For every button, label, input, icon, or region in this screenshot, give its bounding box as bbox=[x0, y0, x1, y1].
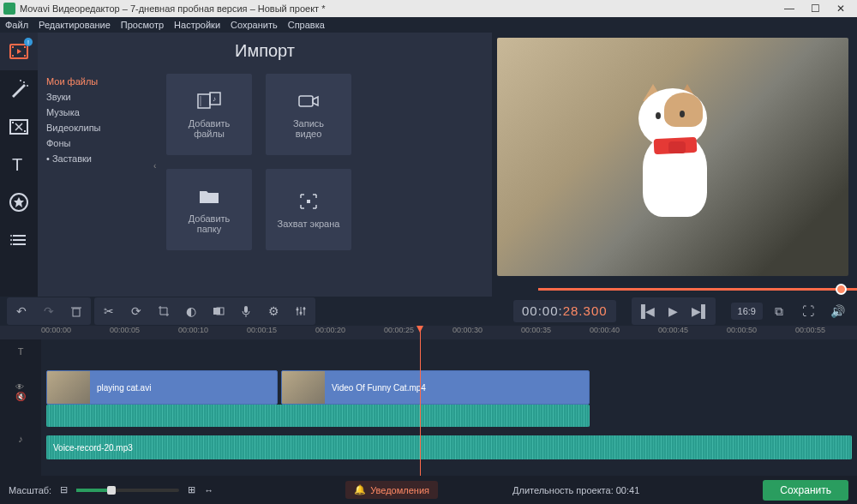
rotate-button[interactable]: ⟳ bbox=[123, 299, 149, 323]
minimize-button[interactable]: — bbox=[776, 3, 802, 15]
prev-button[interactable]: ▐◀ bbox=[633, 299, 659, 323]
menu-save[interactable]: Сохранить bbox=[231, 20, 278, 30]
video-track[interactable]: playing cat.avi Video Of Funny Cat.mp4 bbox=[41, 370, 857, 405]
left-tool-panel: ! T bbox=[0, 33, 38, 297]
ruler-tick: 00:00:00 bbox=[41, 326, 71, 334]
notifications-button[interactable]: 🔔 Уведомления bbox=[345, 481, 438, 499]
wand-icon bbox=[9, 79, 29, 99]
crop-button[interactable] bbox=[151, 299, 177, 323]
preview-seek-bar[interactable] bbox=[497, 281, 848, 297]
more-tool[interactable] bbox=[0, 221, 38, 259]
cat-music[interactable]: Музыка bbox=[46, 105, 149, 120]
detach-button[interactable]: ⧉ bbox=[766, 299, 792, 323]
zoom-out-button[interactable]: ⊟ bbox=[60, 484, 68, 495]
audio-track[interactable]: Voice-record-20.mp3 bbox=[41, 435, 857, 459]
volume-button[interactable]: 🔊 bbox=[824, 299, 850, 323]
svg-point-8 bbox=[20, 80, 21, 81]
svg-rect-32 bbox=[244, 306, 248, 313]
overlap-icon bbox=[212, 304, 225, 318]
delete-button[interactable] bbox=[63, 299, 89, 323]
settings-button[interactable]: ⚙ bbox=[261, 299, 286, 323]
aspect-ratio-button[interactable]: 16:9 bbox=[731, 303, 763, 320]
cut-button[interactable]: ✂ bbox=[96, 299, 122, 323]
svg-point-19 bbox=[10, 239, 12, 241]
ruler-tick: 00:00:10 bbox=[178, 326, 208, 334]
fit-button[interactable]: ↔ bbox=[204, 485, 213, 495]
transition-icon bbox=[9, 117, 29, 137]
import-tool[interactable]: ! bbox=[0, 33, 38, 70]
bell-icon: 🔔 bbox=[354, 484, 366, 495]
cat-backgrounds[interactable]: Фоны bbox=[46, 135, 149, 151]
category-list: Мои файлы Звуки Музыка Видеоклипы Фоны •… bbox=[46, 74, 149, 166]
add-folder-label: Добавить папку bbox=[189, 213, 231, 234]
fullscreen-button[interactable]: ⛶ bbox=[795, 299, 821, 323]
screen-capture-tile[interactable]: Захват экрана bbox=[266, 169, 351, 250]
zoom-slider[interactable] bbox=[76, 489, 179, 492]
app-logo-icon bbox=[3, 3, 15, 15]
cat-videoclips[interactable]: Видеоклипы bbox=[46, 120, 149, 135]
cat-sounds[interactable]: Звуки bbox=[46, 89, 149, 105]
menu-bar: Файл Редактирование Просмотр Настройки С… bbox=[0, 17, 857, 33]
menu-help[interactable]: Справка bbox=[288, 20, 325, 30]
color-button[interactable]: ◐ bbox=[178, 299, 204, 323]
ruler-tick: 00:00:45 bbox=[658, 326, 688, 334]
play-button[interactable]: ▶ bbox=[661, 299, 686, 323]
window-title: Movavi Видеоредактор – 7-дневная пробная… bbox=[20, 3, 776, 14]
stickers-tool[interactable] bbox=[0, 183, 38, 221]
menu-settings[interactable]: Настройки bbox=[174, 20, 220, 30]
cat-myfiles[interactable]: Мои файлы bbox=[46, 74, 149, 89]
video-track-header[interactable]: 👁🔇 bbox=[0, 363, 41, 420]
seek-thumb[interactable] bbox=[836, 284, 847, 295]
time-ruler[interactable]: 00:00:00 00:00:05 00:00:10 00:00:15 00:0… bbox=[0, 326, 857, 339]
titles-tool[interactable]: T bbox=[0, 146, 38, 183]
redo-button[interactable]: ↷ bbox=[36, 299, 62, 323]
zoom-in-button[interactable]: ⊞ bbox=[188, 484, 195, 495]
linked-audio-clip[interactable] bbox=[46, 405, 590, 427]
ruler-tick: 00:00:05 bbox=[110, 326, 140, 334]
text-track-header[interactable]: T bbox=[0, 339, 41, 363]
video-audio-track[interactable] bbox=[41, 405, 857, 427]
svg-rect-11 bbox=[24, 130, 26, 132]
clip-name: Voice-record-20.mp3 bbox=[46, 443, 133, 453]
collapse-arrow-icon[interactable]: ‹ bbox=[153, 161, 156, 171]
ruler-tick: 00:00:30 bbox=[452, 326, 482, 334]
properties-button[interactable] bbox=[288, 299, 314, 323]
text-icon: T bbox=[9, 154, 29, 175]
svg-rect-4 bbox=[24, 55, 26, 57]
filters-tool[interactable] bbox=[0, 70, 38, 108]
transition-button[interactable] bbox=[206, 299, 231, 323]
ruler-tick: 00:00:55 bbox=[795, 326, 825, 334]
menu-file[interactable]: Файл bbox=[5, 20, 28, 30]
ruler-tick: 00:00:20 bbox=[315, 326, 345, 334]
video-clip-1[interactable]: playing cat.avi bbox=[46, 370, 278, 405]
svg-point-7 bbox=[27, 85, 28, 87]
folder-icon bbox=[196, 186, 222, 207]
mic-button[interactable] bbox=[233, 299, 259, 323]
add-folder-tile[interactable]: Добавить папку bbox=[166, 169, 252, 250]
svg-marker-5 bbox=[17, 49, 21, 54]
maximize-button[interactable]: ☐ bbox=[802, 3, 828, 15]
audio-clip-1[interactable]: Voice-record-20.mp3 bbox=[46, 435, 852, 459]
video-clip-2[interactable]: Video Of Funny Cat.mp4 bbox=[281, 370, 590, 405]
transitions-tool[interactable] bbox=[0, 108, 38, 146]
screen-capture-icon bbox=[296, 191, 321, 212]
add-files-tile[interactable]: ♪ Добавить файлы bbox=[166, 74, 252, 155]
cat-intros[interactable]: • Заставки bbox=[46, 151, 149, 166]
close-button[interactable]: ✕ bbox=[828, 3, 854, 15]
next-button[interactable]: ▶▌ bbox=[688, 299, 714, 323]
menu-view[interactable]: Просмотр bbox=[121, 20, 164, 30]
video-preview[interactable] bbox=[497, 38, 848, 276]
menu-edit[interactable]: Редактирование bbox=[39, 20, 111, 30]
undo-button[interactable]: ↶ bbox=[9, 299, 34, 323]
preview-panel: ? bbox=[492, 33, 857, 297]
playhead[interactable] bbox=[420, 326, 421, 476]
notifications-label: Уведомления bbox=[370, 485, 429, 495]
svg-rect-22 bbox=[200, 96, 201, 106]
sliders-icon bbox=[294, 304, 308, 318]
svg-marker-14 bbox=[14, 197, 24, 207]
save-button[interactable]: Сохранить bbox=[763, 480, 848, 501]
audio-track-header[interactable]: ♪ bbox=[0, 427, 41, 451]
crop-icon bbox=[157, 304, 171, 318]
record-video-tile[interactable]: Запись видео bbox=[266, 74, 351, 155]
preview-content bbox=[621, 88, 724, 225]
